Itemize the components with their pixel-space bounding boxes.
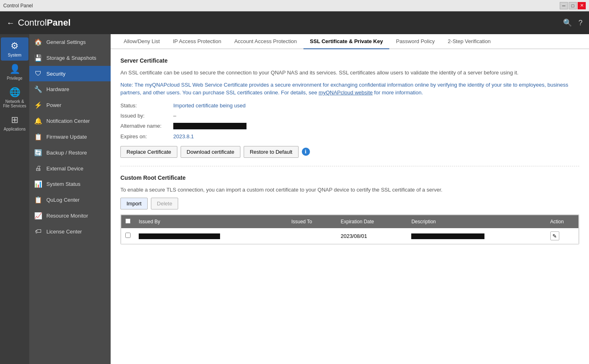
issued-by-value: – xyxy=(173,113,176,119)
row-issued-to xyxy=(287,228,336,244)
notification-label: Notification Center xyxy=(46,118,90,124)
import-button[interactable]: Import xyxy=(120,198,148,209)
status-row: Status: Imported certificate being used xyxy=(120,102,579,109)
system-status-label: System Status xyxy=(46,181,81,187)
close-button[interactable]: ✕ xyxy=(578,2,586,9)
tab-ip-access[interactable]: IP Access Protection xyxy=(166,34,228,49)
table-header-issued-by: Issued By xyxy=(135,215,287,229)
issued-by-label: Issued by: xyxy=(120,113,173,119)
replace-certificate-button[interactable]: Replace Certificate xyxy=(120,146,177,158)
row-description xyxy=(407,228,546,244)
backup-label: Backup / Restore xyxy=(46,150,87,156)
select-all-checkbox[interactable] xyxy=(125,218,131,224)
power-icon: ⚡ xyxy=(34,101,42,109)
external-device-icon: 🖨 xyxy=(34,165,42,172)
title-bar: Control Panel ─ □ ✕ xyxy=(0,0,589,11)
alt-name-redacted xyxy=(173,123,247,129)
table-header-action: Action xyxy=(546,215,579,229)
power-label: Power xyxy=(46,102,61,108)
download-certificate-button[interactable]: Download certificate xyxy=(181,146,240,158)
expires-label: Expires on: xyxy=(120,133,173,139)
alt-name-label: Alternative name: xyxy=(120,123,173,129)
tab-ssl-cert[interactable]: SSL Certificate & Private Key xyxy=(303,34,390,49)
tab-two-step[interactable]: 2-Step Verification xyxy=(441,34,497,49)
table-row: 2023/08/01 ✎ xyxy=(121,228,579,244)
general-settings-icon: 🏠 xyxy=(34,38,42,46)
search-icon[interactable]: 🔍 xyxy=(563,18,572,27)
tab-password-policy[interactable]: Password Policy xyxy=(389,34,441,49)
content-panel: Server Certificate An SSL certificate ca… xyxy=(111,49,589,253)
sidebar-item-system-status[interactable]: 📊 System Status xyxy=(29,176,111,192)
firmware-icon: 📋 xyxy=(34,133,42,141)
sidebar-item-general-settings[interactable]: 🏠 General Settings xyxy=(29,34,111,50)
tab-allow-deny[interactable]: Allow/Deny List xyxy=(117,34,166,49)
sidebar-left: ⚙ System 👤 Privilege 🌐 Network & File Se… xyxy=(0,34,29,364)
issued-by-redacted xyxy=(139,233,220,239)
system-icon: ⚙ xyxy=(11,41,19,51)
sidebar-item-storage-snapshots[interactable]: 💾 Storage & Snapshots xyxy=(29,50,111,66)
myqnapcloud-link[interactable]: myQNAPcloud website xyxy=(318,89,373,96)
description-redacted xyxy=(411,233,484,239)
storage-snapshots-icon: 💾 xyxy=(34,54,42,62)
sidebar-item-hardware[interactable]: 🔧 Hardware xyxy=(29,81,111,97)
expires-row: Expires on: 2023.8.1 xyxy=(120,133,579,139)
server-cert-description: An SSL certificate can be used to secure… xyxy=(120,69,579,77)
sidebar-item-applications[interactable]: ⊞ Applications xyxy=(1,111,28,135)
row-issued-by xyxy=(135,228,287,244)
hardware-icon: 🔧 xyxy=(34,85,42,93)
applications-icon: ⊞ xyxy=(11,115,18,125)
tab-account-access[interactable]: Account Access Protection xyxy=(228,34,303,49)
custom-root-cert-title: Custom Root Certificate xyxy=(120,174,579,181)
system-status-icon: 📊 xyxy=(34,180,42,188)
sidebar-item-license-center[interactable]: 🏷 License Center xyxy=(29,224,111,239)
network-label: Network & File Services xyxy=(2,99,27,108)
license-icon: 🏷 xyxy=(34,228,42,235)
sidebar-item-privilege[interactable]: 👤 Privilege xyxy=(1,61,28,84)
info-icon[interactable]: ℹ xyxy=(302,148,310,156)
sidebar-item-network[interactable]: 🌐 Network & File Services xyxy=(1,84,28,111)
resource-monitor-label: Resource Monitor xyxy=(46,213,88,219)
cert-actions: Import Delete xyxy=(120,198,579,209)
firmware-label: Firmware Update xyxy=(46,134,87,140)
network-icon: 🌐 xyxy=(9,87,20,98)
restore-to-default-button[interactable]: Restore to Default xyxy=(244,146,299,158)
sidebar-item-backup-restore[interactable]: 🔄 Backup / Restore xyxy=(29,145,111,161)
sidebar-item-external-device[interactable]: 🖨 External Device xyxy=(29,161,111,176)
header-right: 🔍 ? xyxy=(563,18,582,27)
row-checkbox[interactable] xyxy=(125,233,131,238)
app-header: ← ControlPanel 🔍 ? xyxy=(0,11,589,34)
sidebar-item-power[interactable]: ⚡ Power xyxy=(29,97,111,113)
privilege-label: Privilege xyxy=(7,76,22,81)
section-divider xyxy=(120,166,579,166)
maximize-button[interactable]: □ xyxy=(569,2,577,9)
minimize-button[interactable]: ─ xyxy=(560,2,568,9)
row-checkbox-cell xyxy=(121,228,135,244)
back-button[interactable]: ← xyxy=(7,18,15,28)
backup-icon: 🔄 xyxy=(34,149,42,157)
cert-table-wrapper: Issued By Issued To Expiration Date Desc… xyxy=(120,214,579,244)
delete-button[interactable]: Delete xyxy=(151,198,179,209)
note-part2: for more information. xyxy=(373,89,423,96)
server-cert-title: Server Certificate xyxy=(120,57,579,64)
qulog-icon: 📋 xyxy=(34,196,42,204)
sidebar-secondary: 🏠 General Settings 💾 Storage & Snapshots… xyxy=(29,34,111,364)
license-label: License Center xyxy=(46,229,82,235)
expires-value: 2023.8.1 xyxy=(173,133,194,139)
help-icon[interactable]: ? xyxy=(578,19,582,27)
custom-root-cert-description: To enable a secure TLS connection, you c… xyxy=(120,186,579,194)
sidebar-item-security[interactable]: 🛡 Security xyxy=(29,66,111,81)
notification-icon: 🔔 xyxy=(34,117,42,125)
app-title-panel: Panel xyxy=(47,17,71,28)
sidebar-item-system[interactable]: ⚙ System xyxy=(1,37,28,61)
sidebar-item-notification-center[interactable]: 🔔 Notification Center xyxy=(29,113,111,129)
cert-buttons-row: Replace Certificate Download certificate… xyxy=(120,146,579,158)
sidebar-item-resource-monitor[interactable]: 📈 Resource Monitor xyxy=(29,208,111,224)
sidebar-item-qulog-center[interactable]: 📋 QuLog Center xyxy=(29,192,111,208)
sidebar-item-firmware-update[interactable]: 📋 Firmware Update xyxy=(29,129,111,145)
edit-button[interactable]: ✎ xyxy=(550,231,559,240)
applications-label: Applications xyxy=(4,127,26,131)
storage-snapshots-label: Storage & Snapshots xyxy=(46,55,96,61)
issued-by-row: Issued by: – xyxy=(120,113,579,119)
header-left: ← ControlPanel xyxy=(7,17,71,28)
title-bar-text: Control Panel xyxy=(3,3,33,9)
